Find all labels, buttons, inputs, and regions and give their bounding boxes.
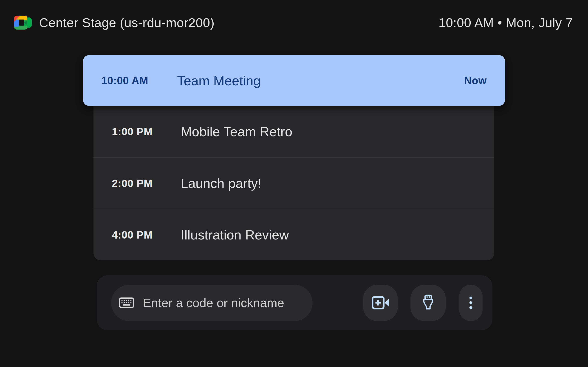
event-title: Illustration Review: [181, 227, 289, 242]
join-bar: [97, 275, 493, 330]
schedule-list: 1:00 PM Mobile Team Retro 2:00 PM Launch…: [94, 106, 494, 260]
meeting-code-input[interactable]: [142, 295, 303, 310]
meeting-code-field[interactable]: [111, 285, 313, 321]
event-time: 4:00 PM: [112, 229, 181, 241]
clock-date: 10:00 AM • Mon, July 7: [439, 15, 573, 30]
now-meeting-title: Team Meeting: [177, 73, 261, 88]
device-name: Center Stage (us-rdu-mor200): [39, 15, 215, 30]
google-meet-logo-icon: [14, 16, 32, 30]
schedule-row[interactable]: 4:00 PM Illustration Review: [94, 209, 494, 260]
header: Center Stage (us-rdu-mor200) 10:00 AM • …: [0, 6, 588, 39]
now-badge: Now: [464, 74, 487, 87]
now-meeting-time: 10:00 AM: [101, 74, 177, 87]
hdmi-cable-icon: [422, 294, 435, 311]
now-meeting-card[interactable]: 10:00 AM Team Meeting Now: [83, 55, 505, 106]
more-options-button[interactable]: [459, 285, 483, 321]
schedule-row[interactable]: 1:00 PM Mobile Team Retro: [94, 106, 494, 157]
new-meeting-button[interactable]: [363, 285, 398, 321]
present-hdmi-button[interactable]: [410, 285, 446, 321]
schedule-row[interactable]: 2:00 PM Launch party!: [94, 157, 494, 209]
event-title: Launch party!: [181, 175, 261, 191]
event-time: 1:00 PM: [112, 125, 181, 138]
three-dot-menu-icon: [468, 296, 473, 309]
video-camera-plus-icon: [372, 296, 389, 310]
meet-home-screen: Center Stage (us-rdu-mor200) 10:00 AM • …: [0, 0, 588, 367]
keyboard-icon: [119, 297, 134, 308]
event-time: 2:00 PM: [112, 177, 181, 190]
event-title: Mobile Team Retro: [181, 124, 292, 139]
